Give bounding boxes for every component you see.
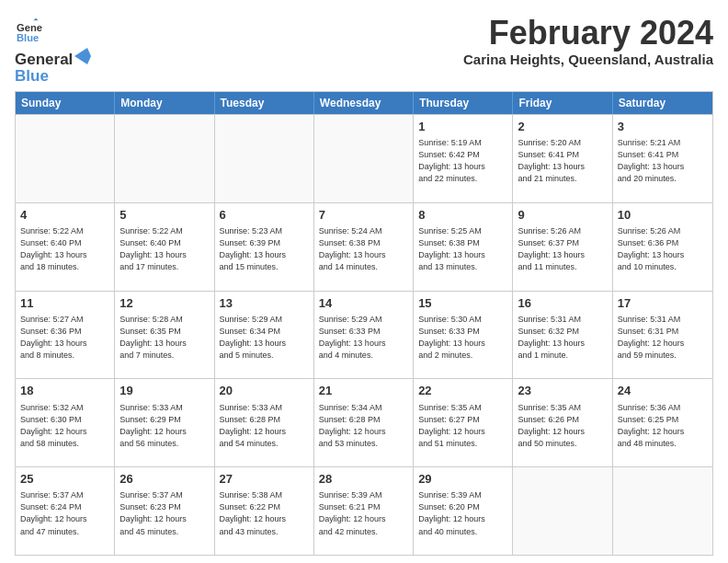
day-info: Sunrise: 5:27 AM Sunset: 6:36 PM Dayligh… — [20, 314, 109, 362]
week-row-1: 1Sunrise: 5:19 AM Sunset: 6:42 PM Daylig… — [16, 114, 712, 202]
day-number: 9 — [518, 207, 607, 224]
cal-cell: 5Sunrise: 5:22 AM Sunset: 6:40 PM Daylig… — [115, 203, 214, 291]
cal-cell: 3Sunrise: 5:21 AM Sunset: 6:41 PM Daylig… — [613, 115, 712, 202]
calendar-body: 1Sunrise: 5:19 AM Sunset: 6:42 PM Daylig… — [16, 114, 712, 555]
logo: General Blue General Blue — [15, 18, 95, 86]
day-info: Sunrise: 5:23 AM Sunset: 6:39 PM Dayligh… — [220, 225, 309, 273]
cal-cell: 8Sunrise: 5:25 AM Sunset: 6:38 PM Daylig… — [414, 203, 513, 291]
week-row-3: 11Sunrise: 5:27 AM Sunset: 6:36 PM Dayli… — [16, 291, 712, 379]
cal-cell: 1Sunrise: 5:19 AM Sunset: 6:42 PM Daylig… — [414, 115, 513, 202]
cal-cell: 29Sunrise: 5:39 AM Sunset: 6:20 PM Dayli… — [414, 467, 513, 555]
day-info: Sunrise: 5:32 AM Sunset: 6:30 PM Dayligh… — [20, 402, 109, 450]
day-info: Sunrise: 5:22 AM Sunset: 6:40 PM Dayligh… — [20, 225, 109, 273]
day-info: Sunrise: 5:30 AM Sunset: 6:33 PM Dayligh… — [418, 314, 507, 362]
cal-cell: 27Sunrise: 5:38 AM Sunset: 6:22 PM Dayli… — [215, 467, 314, 555]
day-info: Sunrise: 5:33 AM Sunset: 6:28 PM Dayligh… — [220, 402, 309, 450]
day-number: 21 — [319, 383, 408, 399]
day-header-monday: Monday — [115, 92, 214, 114]
svg-marker-3 — [74, 48, 95, 64]
cal-cell: 4Sunrise: 5:22 AM Sunset: 6:40 PM Daylig… — [16, 203, 115, 291]
header: General Blue General Blue February 2024 … — [15, 15, 713, 86]
cal-cell — [513, 467, 612, 555]
cal-cell — [115, 115, 214, 202]
logo-icon: General Blue — [17, 18, 42, 44]
day-info: Sunrise: 5:35 AM Sunset: 6:27 PM Dayligh… — [418, 402, 507, 450]
day-info: Sunrise: 5:26 AM Sunset: 6:36 PM Dayligh… — [618, 225, 708, 273]
day-number: 12 — [119, 295, 209, 312]
day-header-tuesday: Tuesday — [215, 92, 314, 114]
cal-cell: 18Sunrise: 5:32 AM Sunset: 6:30 PM Dayli… — [16, 379, 115, 466]
day-number: 2 — [518, 119, 607, 135]
day-number: 20 — [220, 383, 309, 399]
day-info: Sunrise: 5:31 AM Sunset: 6:32 PM Dayligh… — [518, 314, 607, 362]
day-number: 8 — [418, 207, 507, 224]
day-info: Sunrise: 5:36 AM Sunset: 6:25 PM Dayligh… — [618, 402, 708, 450]
day-number: 7 — [319, 207, 408, 224]
cal-cell: 16Sunrise: 5:31 AM Sunset: 6:32 PM Dayli… — [513, 292, 612, 379]
day-number: 18 — [20, 383, 109, 399]
cal-cell: 28Sunrise: 5:39 AM Sunset: 6:21 PM Dayli… — [314, 467, 414, 555]
svg-text:General: General — [17, 22, 42, 33]
cal-cell: 23Sunrise: 5:35 AM Sunset: 6:26 PM Dayli… — [513, 379, 612, 466]
cal-cell — [314, 115, 414, 202]
day-header-saturday: Saturday — [613, 92, 712, 114]
day-info: Sunrise: 5:20 AM Sunset: 6:41 PM Dayligh… — [518, 137, 607, 185]
day-header-wednesday: Wednesday — [314, 92, 414, 114]
day-header-sunday: Sunday — [16, 92, 115, 114]
day-number: 16 — [518, 295, 607, 312]
day-info: Sunrise: 5:25 AM Sunset: 6:38 PM Dayligh… — [418, 225, 507, 273]
location-subtitle: Carina Heights, Queensland, Australia — [463, 52, 713, 67]
cal-cell: 12Sunrise: 5:28 AM Sunset: 6:35 PM Dayli… — [115, 292, 214, 379]
day-info: Sunrise: 5:35 AM Sunset: 6:26 PM Dayligh… — [518, 402, 607, 450]
day-info: Sunrise: 5:28 AM Sunset: 6:35 PM Dayligh… — [119, 314, 209, 362]
day-info: Sunrise: 5:26 AM Sunset: 6:37 PM Dayligh… — [518, 225, 607, 273]
day-info: Sunrise: 5:37 AM Sunset: 6:23 PM Dayligh… — [119, 489, 209, 537]
week-row-2: 4Sunrise: 5:22 AM Sunset: 6:40 PM Daylig… — [16, 202, 712, 291]
day-number: 15 — [418, 295, 507, 312]
day-number: 23 — [518, 383, 607, 399]
day-info: Sunrise: 5:29 AM Sunset: 6:34 PM Dayligh… — [220, 314, 309, 362]
day-number: 5 — [119, 207, 209, 224]
day-info: Sunrise: 5:22 AM Sunset: 6:40 PM Dayligh… — [119, 225, 209, 273]
cal-cell: 15Sunrise: 5:30 AM Sunset: 6:33 PM Dayli… — [414, 292, 513, 379]
day-header-friday: Friday — [513, 92, 612, 114]
day-info: Sunrise: 5:34 AM Sunset: 6:28 PM Dayligh… — [319, 402, 408, 450]
day-number: 11 — [20, 295, 109, 312]
day-info: Sunrise: 5:21 AM Sunset: 6:41 PM Dayligh… — [618, 137, 708, 185]
day-info: Sunrise: 5:39 AM Sunset: 6:20 PM Dayligh… — [418, 489, 507, 537]
week-row-5: 25Sunrise: 5:37 AM Sunset: 6:24 PM Dayli… — [16, 466, 712, 555]
day-number: 26 — [119, 471, 209, 488]
cal-cell: 7Sunrise: 5:24 AM Sunset: 6:38 PM Daylig… — [314, 203, 414, 291]
day-number: 19 — [119, 383, 209, 399]
day-info: Sunrise: 5:29 AM Sunset: 6:33 PM Dayligh… — [319, 314, 408, 362]
day-number: 13 — [220, 295, 309, 312]
logo-bird — [74, 48, 95, 64]
cal-cell — [16, 115, 115, 202]
cal-cell: 22Sunrise: 5:35 AM Sunset: 6:27 PM Dayli… — [414, 379, 513, 466]
cal-cell: 13Sunrise: 5:29 AM Sunset: 6:34 PM Dayli… — [215, 292, 314, 379]
day-number: 4 — [20, 207, 109, 224]
day-number: 1 — [418, 119, 507, 135]
cal-cell: 2Sunrise: 5:20 AM Sunset: 6:41 PM Daylig… — [513, 115, 612, 202]
cal-cell — [215, 115, 314, 202]
day-number: 10 — [618, 207, 708, 224]
cal-cell: 17Sunrise: 5:31 AM Sunset: 6:31 PM Dayli… — [613, 292, 712, 379]
day-info: Sunrise: 5:39 AM Sunset: 6:21 PM Dayligh… — [319, 489, 408, 537]
svg-marker-2 — [33, 18, 38, 20]
cal-cell: 11Sunrise: 5:27 AM Sunset: 6:36 PM Dayli… — [16, 292, 115, 379]
calendar: SundayMondayTuesdayWednesdayThursdayFrid… — [15, 91, 713, 556]
day-info: Sunrise: 5:24 AM Sunset: 6:38 PM Dayligh… — [319, 225, 408, 273]
cal-cell: 19Sunrise: 5:33 AM Sunset: 6:29 PM Dayli… — [115, 379, 214, 466]
day-info: Sunrise: 5:31 AM Sunset: 6:31 PM Dayligh… — [618, 314, 708, 362]
title-block: February 2024 Carina Heights, Queensland… — [463, 15, 713, 67]
day-number: 6 — [220, 207, 309, 224]
day-number: 25 — [20, 471, 109, 488]
cal-cell: 26Sunrise: 5:37 AM Sunset: 6:23 PM Dayli… — [115, 467, 214, 555]
svg-text:Blue: Blue — [17, 32, 39, 43]
calendar-header: SundayMondayTuesdayWednesdayThursdayFrid… — [16, 92, 712, 114]
day-number: 28 — [319, 471, 408, 488]
day-number: 14 — [319, 295, 408, 312]
day-number: 22 — [418, 383, 507, 399]
day-info: Sunrise: 5:37 AM Sunset: 6:24 PM Dayligh… — [20, 489, 109, 537]
cal-cell: 25Sunrise: 5:37 AM Sunset: 6:24 PM Dayli… — [16, 467, 115, 555]
